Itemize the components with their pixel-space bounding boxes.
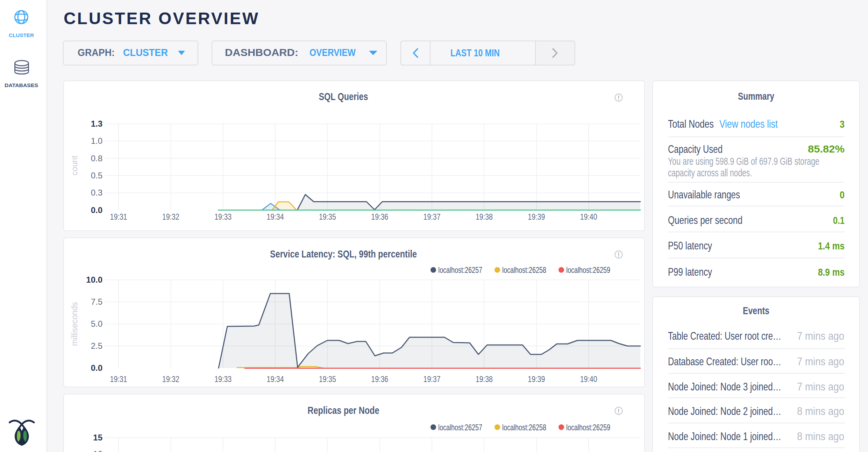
svg-text:localhost:26257: localhost:26257	[438, 423, 482, 432]
svg-text:0.8: 0.8	[91, 154, 102, 163]
svg-text:Queries per second: Queries per second	[668, 214, 742, 226]
svg-text:!: !	[618, 408, 619, 415]
svg-text:Node Joined: Node 2 joined…: Node Joined: Node 2 joined…	[668, 405, 781, 417]
svg-text:19:35: 19:35	[319, 212, 336, 221]
svg-text:19:34: 19:34	[267, 212, 284, 221]
svg-text:19:39: 19:39	[528, 374, 545, 384]
svg-text:19:36: 19:36	[371, 374, 388, 384]
svg-text:3: 3	[840, 118, 845, 130]
svg-text:8 mins ago: 8 mins ago	[797, 405, 844, 417]
svg-text:OVERVIEW: OVERVIEW	[310, 47, 356, 58]
svg-text:7 mins ago: 7 mins ago	[797, 330, 844, 342]
svg-text:19:31: 19:31	[110, 374, 127, 384]
svg-text:DASHBOARD:: DASHBOARD:	[225, 47, 298, 58]
svg-text:2.5: 2.5	[91, 341, 102, 351]
svg-text:0.5: 0.5	[91, 171, 102, 180]
svg-text:19:34: 19:34	[267, 374, 284, 384]
svg-text:19:35: 19:35	[319, 374, 336, 384]
svg-text:10.0: 10.0	[86, 275, 102, 284]
svg-text:0.0: 0.0	[91, 205, 102, 215]
svg-text:1.4 ms: 1.4 ms	[818, 240, 845, 252]
svg-text:localhost:26259: localhost:26259	[566, 423, 610, 432]
svg-text:7 mins ago: 7 mins ago	[797, 381, 844, 393]
svg-text:localhost:26258: localhost:26258	[502, 265, 546, 275]
svg-text:Node Joined: Node 3 joined…: Node Joined: Node 3 joined…	[668, 380, 781, 393]
svg-text:7.5: 7.5	[91, 297, 102, 306]
svg-text:CLUSTER: CLUSTER	[123, 47, 168, 58]
svg-text:localhost:26257: localhost:26257	[438, 265, 482, 275]
svg-text:localhost:26258: localhost:26258	[502, 423, 546, 432]
svg-text:19:37: 19:37	[424, 212, 441, 221]
svg-text:View nodes list: View nodes list	[719, 118, 778, 130]
svg-text:8.9 ms: 8.9 ms	[818, 266, 845, 278]
svg-text:CLUSTER: CLUSTER	[9, 32, 34, 38]
svg-text:19:31: 19:31	[110, 212, 127, 221]
svg-text:19:32: 19:32	[162, 212, 179, 221]
svg-text:19:32: 19:32	[162, 374, 179, 384]
svg-text:15: 15	[93, 433, 102, 442]
svg-text:Summary: Summary	[738, 90, 774, 102]
svg-text:19:33: 19:33	[214, 212, 232, 221]
svg-text:count: count	[70, 155, 79, 175]
svg-text:!: !	[618, 251, 619, 259]
svg-text:19:39: 19:39	[528, 212, 545, 221]
svg-text:7 mins ago: 7 mins ago	[797, 355, 844, 368]
svg-text:19:38: 19:38	[476, 212, 493, 221]
svg-text:1.3: 1.3	[91, 119, 102, 128]
svg-text:19:37: 19:37	[424, 374, 441, 384]
svg-text:0.1: 0.1	[833, 214, 845, 226]
svg-text:GRAPH:: GRAPH:	[78, 47, 115, 58]
svg-text:Events: Events	[743, 305, 769, 316]
svg-text:DATABASES: DATABASES	[5, 82, 38, 88]
svg-text:Node Joined: Node 1 joined…: Node Joined: Node 1 joined…	[668, 430, 781, 443]
svg-text:P99 latency: P99 latency	[668, 266, 712, 278]
svg-text:19:38: 19:38	[476, 374, 493, 384]
svg-text:SQL Queries: SQL Queries	[319, 91, 368, 102]
svg-text:Service Latency: SQL, 99th per: Service Latency: SQL, 99th percentile	[270, 248, 417, 260]
svg-text:5.0: 5.0	[91, 319, 102, 329]
svg-text:19:36: 19:36	[371, 212, 388, 221]
svg-text:10: 10	[93, 449, 102, 452]
svg-text:Table Created: User root cre…: Table Created: User root cre…	[668, 330, 781, 342]
svg-text:19:33: 19:33	[214, 374, 232, 384]
svg-text:1.0: 1.0	[91, 136, 102, 146]
svg-text:localhost:26259: localhost:26259	[566, 265, 610, 275]
svg-text:0: 0	[840, 189, 845, 200]
svg-text:You are using 598.9 GiB of 697: You are using 598.9 GiB of 697.9 GiB sto…	[668, 156, 819, 167]
svg-text:Capacity Used: Capacity Used	[668, 143, 723, 155]
svg-text:Database Created: User roo…: Database Created: User roo…	[668, 355, 781, 368]
svg-text:0.3: 0.3	[91, 188, 102, 197]
svg-text:!: !	[618, 94, 619, 101]
svg-text:Total Nodes: Total Nodes	[668, 118, 714, 130]
svg-text:Unavailable ranges: Unavailable ranges	[668, 188, 740, 201]
svg-text:19:40: 19:40	[580, 374, 597, 384]
svg-text:LAST 10 MIN: LAST 10 MIN	[450, 47, 500, 58]
svg-text:85.82%: 85.82%	[808, 143, 845, 155]
svg-text:capacity across all nodes.: capacity across all nodes.	[668, 167, 752, 178]
svg-text:19:40: 19:40	[580, 212, 597, 221]
svg-text:8 mins ago: 8 mins ago	[797, 430, 844, 443]
svg-text:Replicas per Node: Replicas per Node	[308, 404, 379, 416]
svg-text:P50 latency: P50 latency	[668, 239, 712, 252]
svg-text:milliseconds: milliseconds	[70, 302, 79, 346]
svg-text:0.0: 0.0	[91, 363, 102, 373]
